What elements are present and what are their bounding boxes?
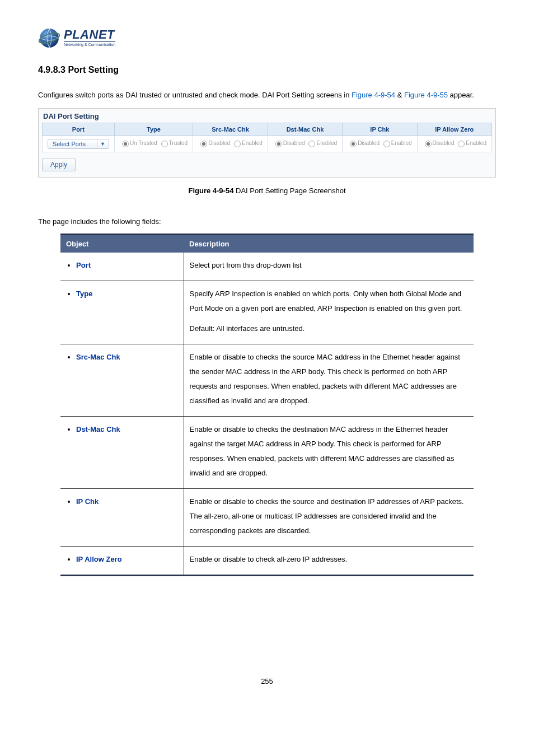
srcmac-cell: Disabled Enabled	[193, 136, 268, 152]
type-untrusted-radio[interactable]	[122, 141, 129, 147]
head-description: Description	[184, 234, 474, 253]
dstmac-enabled-radio[interactable]	[308, 141, 315, 147]
ipchk-cell: Disabled Enabled	[343, 136, 417, 152]
row-port: Port Select port from this drop-down lis…	[60, 253, 474, 281]
select-ports-label: Select Ports	[53, 141, 86, 147]
obj-srcmac: Src-Mac Chk	[76, 353, 120, 361]
section-heading: 4.9.8.3 Port Setting	[38, 65, 496, 75]
logo-word: PLANET	[64, 30, 115, 40]
dstmac-disabled-radio[interactable]	[275, 141, 282, 147]
desc-type: Specify ARP Inspection is enabled on whi…	[184, 281, 474, 344]
row-type: Type Specify ARP Inspection is enabled o…	[60, 281, 474, 344]
figure-number: Figure 4-9-54	[188, 186, 233, 195]
desc-dstmac: Enable or disable to checks the destinat…	[184, 416, 474, 488]
svg-point-0	[40, 29, 59, 48]
fields-description-table: Object Description Port Select port from…	[60, 234, 474, 576]
select-ports-dropdown[interactable]: Select Ports ▼	[48, 139, 109, 149]
srcmac-enabled-radio[interactable]	[234, 141, 241, 147]
dstmac-cell: Disabled Enabled	[268, 136, 342, 152]
section-title-text: Port Setting	[68, 65, 119, 74]
desc-port: Select port from this drop-down list	[184, 253, 474, 281]
obj-dstmac: Dst-Mac Chk	[76, 425, 120, 433]
ipzero-disabled-radio[interactable]	[425, 141, 432, 147]
ipzero-enabled-radio[interactable]	[458, 141, 465, 147]
dai-settings-table: Port Type Src-Mac Chk Dst-Mac Chk IP Chk…	[42, 123, 492, 152]
figure-caption: Figure 4-9-54 DAI Port Setting Page Scre…	[38, 186, 496, 195]
brand-logo: PLANET Networking & Communication	[38, 27, 496, 49]
logo-subtext: Networking & Communication	[64, 41, 115, 46]
dai-port-setting-panel: DAI Port Setting Port Type Src-Mac Chk D…	[38, 108, 496, 178]
obj-ipchk: IP Chk	[76, 497, 99, 506]
desc-ipchk: Enable or disable to checks the source a…	[184, 488, 474, 546]
obj-type: Type	[76, 290, 92, 298]
globe-icon	[38, 27, 60, 49]
apply-button[interactable]: Apply	[42, 158, 76, 171]
page-number: 255	[38, 677, 496, 685]
row-srcmac: Src-Mac Chk Enable or disable to checks …	[60, 344, 474, 416]
col-type: Type	[114, 123, 193, 136]
section-number: 4.9.8.3	[38, 65, 65, 74]
head-object: Object	[60, 234, 184, 253]
figure-ref-1: Figure 4-9-54	[352, 91, 395, 99]
row-ipchk: IP Chk Enable or disable to checks the s…	[60, 488, 474, 546]
desc-srcmac: Enable or disable to checks the source M…	[184, 344, 474, 416]
type-trusted-radio[interactable]	[161, 141, 168, 147]
chevron-down-icon: ▼	[97, 141, 105, 147]
col-srcmac: Src-Mac Chk	[193, 123, 268, 136]
row-dstmac: Dst-Mac Chk Enable or disable to checks …	[60, 416, 474, 488]
col-dstmac: Dst-Mac Chk	[268, 123, 342, 136]
ipchk-disabled-radio[interactable]	[350, 141, 357, 147]
ipzero-cell: Disabled Enabled	[417, 136, 491, 152]
figure-ref-2: Figure 4-9-55	[404, 91, 448, 99]
col-ipchk: IP Chk	[343, 123, 417, 136]
intro-paragraph: Configures switch ports as DAI trusted o…	[38, 87, 496, 104]
ipchk-enabled-radio[interactable]	[383, 141, 390, 147]
dai-settings-row: Select Ports ▼ Un Trusted Trusted Disabl…	[43, 136, 492, 152]
type-cell: Un Trusted Trusted	[114, 136, 193, 152]
obj-ipzero: IP Allow Zero	[76, 555, 122, 563]
col-port: Port	[43, 123, 115, 136]
row-ipzero: IP Allow Zero Enable or disable to check…	[60, 546, 474, 575]
fields-intro: The page includes the following fields:	[38, 217, 496, 226]
desc-ipzero: Enable or disable to check all-zero IP a…	[184, 546, 474, 575]
srcmac-disabled-radio[interactable]	[200, 141, 207, 147]
col-ipzero: IP Allow Zero	[417, 123, 491, 136]
figure-caption-text: DAI Port Setting Page Screenshot	[233, 186, 345, 195]
obj-port: Port	[76, 261, 91, 269]
dai-panel-title: DAI Port Setting	[39, 109, 495, 123]
